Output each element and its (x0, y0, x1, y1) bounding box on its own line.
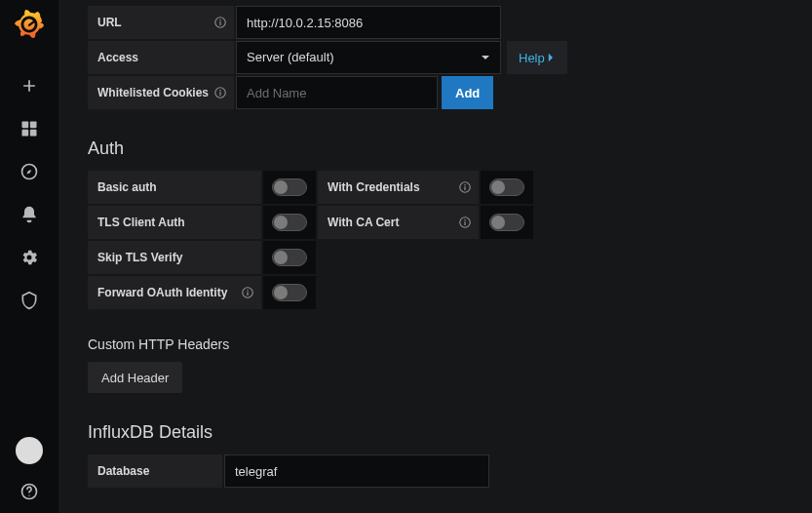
add-cookie-button[interactable]: Add (442, 76, 493, 109)
svg-rect-12 (219, 90, 220, 91)
svg-rect-0 (22, 122, 29, 129)
custom-headers-title: Custom HTTP Headers (88, 336, 793, 352)
dashboards-icon[interactable] (19, 119, 39, 138)
caret-down-icon (481, 53, 490, 62)
svg-rect-15 (464, 184, 465, 185)
with-credentials-toggle[interactable] (489, 178, 524, 196)
access-label: Access (88, 41, 234, 74)
explore-icon[interactable] (19, 162, 39, 181)
svg-rect-20 (247, 292, 248, 296)
server-admin-icon[interactable] (19, 291, 39, 310)
svg-rect-11 (219, 92, 220, 96)
url-input[interactable] (237, 7, 500, 38)
add-icon[interactable] (19, 76, 39, 96)
with-ca-cert-label: With CA Cert (318, 206, 479, 239)
svg-rect-18 (464, 219, 465, 220)
info-icon[interactable] (214, 17, 226, 28)
info-icon[interactable] (459, 181, 471, 193)
tls-client-auth-toggle[interactable] (272, 214, 307, 231)
info-icon[interactable] (459, 217, 471, 228)
forward-oauth-label: Forward OAuth Identity (88, 276, 261, 309)
skip-tls-verify-label: Skip TLS Verify (88, 241, 261, 274)
skip-tls-verify-toggle[interactable] (272, 249, 307, 266)
svg-rect-3 (30, 130, 37, 137)
avatar[interactable] (16, 437, 43, 464)
database-input[interactable] (225, 455, 488, 487)
forward-oauth-toggle[interactable] (272, 284, 307, 301)
help-button[interactable]: Help (507, 41, 567, 74)
tls-client-auth-label: TLS Client Auth (88, 206, 261, 239)
database-label: Database (88, 454, 222, 488)
info-icon[interactable] (242, 287, 253, 298)
svg-rect-1 (30, 122, 37, 129)
add-header-button[interactable]: Add Header (88, 362, 182, 393)
main-form: URL Access Server (default) Help Whiteli… (58, 0, 812, 513)
svg-rect-17 (464, 221, 465, 225)
svg-point-6 (28, 495, 29, 496)
cookies-input[interactable] (237, 77, 437, 108)
svg-rect-8 (219, 21, 220, 25)
svg-rect-2 (22, 130, 29, 137)
basic-auth-toggle[interactable] (272, 178, 307, 196)
cookies-label: Whitelisted Cookies (88, 76, 234, 109)
svg-rect-21 (247, 290, 248, 291)
with-credentials-label: With Credentials (318, 171, 479, 204)
help-icon[interactable] (19, 482, 39, 501)
svg-rect-9 (219, 20, 220, 20)
configuration-icon[interactable] (19, 248, 39, 267)
grafana-logo-icon[interactable] (15, 10, 44, 39)
influxdb-section-title: InfluxDB Details (88, 422, 793, 443)
url-label: URL (88, 6, 234, 39)
with-ca-cert-toggle[interactable] (489, 214, 524, 231)
svg-rect-14 (464, 186, 465, 190)
alerting-icon[interactable] (19, 205, 39, 224)
basic-auth-label: Basic auth (88, 171, 261, 204)
sidebar (0, 0, 58, 513)
auth-section-title: Auth (88, 138, 793, 159)
access-select[interactable]: Server (default) (236, 41, 501, 74)
info-icon[interactable] (214, 87, 226, 99)
